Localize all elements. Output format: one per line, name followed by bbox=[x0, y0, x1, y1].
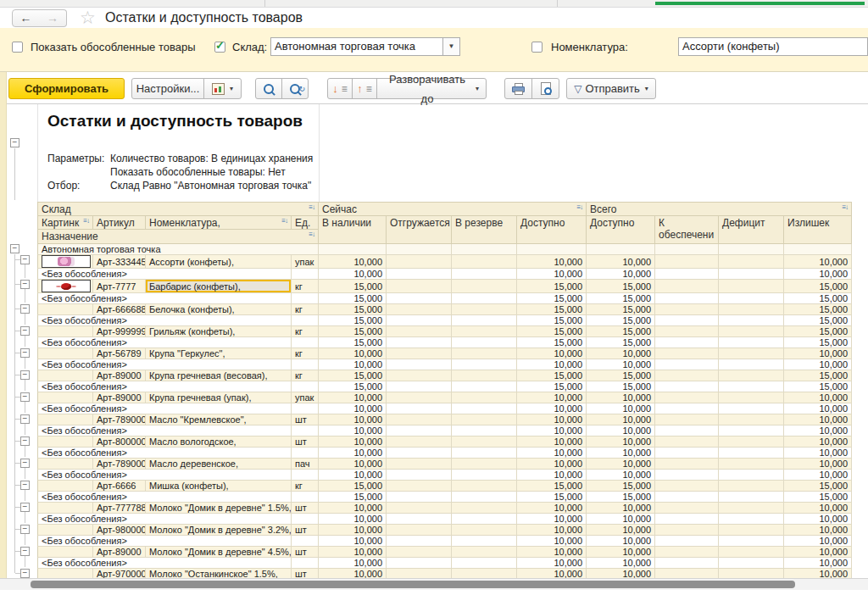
cell-empty[interactable] bbox=[452, 255, 517, 269]
header-surplus[interactable]: Излишек bbox=[784, 216, 852, 244]
header-in-stock[interactable]: В наличии bbox=[319, 216, 387, 244]
cell-quantity[interactable]: 10,000 bbox=[319, 448, 387, 459]
cell-empty[interactable] bbox=[292, 359, 319, 370]
cell-nomenclature[interactable]: Масло деревенское, bbox=[146, 459, 292, 470]
cell-empty[interactable] bbox=[387, 425, 452, 437]
cell-empty[interactable] bbox=[387, 403, 452, 414]
cell-empty[interactable] bbox=[655, 470, 719, 481]
cell-artikul[interactable]: Арт-7777 bbox=[93, 280, 146, 293]
cell-empty[interactable] bbox=[655, 280, 719, 293]
header-now-group[interactable]: Сейчас≡↓ bbox=[319, 202, 587, 216]
cell-empty[interactable] bbox=[452, 293, 517, 304]
cell-empty[interactable] bbox=[719, 470, 784, 481]
cell-empty[interactable] bbox=[655, 448, 719, 459]
cell-quantity[interactable]: 10,000 bbox=[587, 514, 655, 525]
cell-quantity[interactable]: 10,000 bbox=[517, 392, 587, 403]
cell-empty[interactable] bbox=[517, 244, 587, 255]
cell-quantity[interactable]: 15,000 bbox=[784, 280, 852, 293]
cell-empty[interactable] bbox=[655, 536, 719, 547]
cell-quantity[interactable]: 10,000 bbox=[784, 448, 852, 459]
cell-quantity[interactable]: 15,000 bbox=[587, 293, 655, 304]
cell-picture[interactable] bbox=[37, 280, 93, 293]
cell-empty[interactable] bbox=[655, 503, 719, 514]
cell-empty[interactable] bbox=[387, 547, 452, 558]
cell-empty[interactable] bbox=[719, 293, 784, 304]
cell-quantity[interactable]: 10,000 bbox=[784, 403, 852, 414]
cell-empty[interactable] bbox=[719, 255, 784, 269]
cell-picture[interactable] bbox=[37, 414, 93, 425]
cell-empty[interactable] bbox=[719, 359, 784, 370]
cell-quantity[interactable]: 10,000 bbox=[319, 470, 387, 481]
cell-nomenclature[interactable]: Молоко "Домик в деревне" 3.2%, bbox=[146, 525, 292, 536]
cell-quantity[interactable]: 10,000 bbox=[517, 359, 587, 370]
cell-sub-label[interactable]: <Без обособления> bbox=[37, 425, 292, 437]
cell-quantity[interactable]: 10,000 bbox=[784, 269, 852, 280]
cell-empty[interactable] bbox=[319, 244, 387, 255]
search-next-button[interactable]: ↻ bbox=[281, 78, 309, 99]
cell-quantity[interactable]: 10,000 bbox=[319, 348, 387, 359]
cell-nomenclature[interactable]: Крупа гречневая (весовая), bbox=[146, 370, 292, 381]
cell-unit[interactable]: кг bbox=[292, 304, 319, 315]
cell-nomenclature[interactable]: Молоко "Домик в деревне" 1.5%, bbox=[146, 503, 292, 514]
cell-picture[interactable] bbox=[37, 547, 93, 558]
cell-quantity[interactable]: 10,000 bbox=[319, 414, 387, 425]
header-sklad-group[interactable]: Склад≡↓ bbox=[37, 202, 319, 216]
cell-quantity[interactable]: 10,000 bbox=[517, 547, 587, 558]
cell-quantity[interactable]: 15,000 bbox=[587, 315, 655, 326]
cell-quantity[interactable]: 15,000 bbox=[319, 481, 387, 492]
cell-quantity[interactable]: 10,000 bbox=[784, 525, 852, 536]
cell-sub-label[interactable]: <Без обособления> bbox=[37, 536, 292, 547]
cell-quantity[interactable]: 15,000 bbox=[517, 315, 587, 326]
expand-groups-button[interactable]: ↓≡ bbox=[327, 78, 353, 99]
cell-quantity[interactable]: 10,000 bbox=[784, 514, 852, 525]
collapse-toggle[interactable]: − bbox=[20, 437, 30, 446]
collapse-toggle[interactable]: − bbox=[20, 326, 30, 336]
cell-picture[interactable] bbox=[37, 481, 93, 492]
cell-empty[interactable] bbox=[719, 525, 784, 536]
cell-quantity[interactable]: 10,000 bbox=[784, 437, 852, 448]
forward-button[interactable]: → bbox=[39, 9, 67, 27]
cell-quantity[interactable]: 10,000 bbox=[319, 503, 387, 514]
print-button[interactable] bbox=[504, 78, 532, 99]
cell-empty[interactable] bbox=[387, 315, 452, 326]
collapse-groups-button[interactable]: ↑≡ bbox=[352, 78, 377, 99]
cell-artikul[interactable]: Арт-800000 bbox=[93, 437, 146, 448]
cell-empty[interactable] bbox=[719, 392, 784, 403]
cell-empty[interactable] bbox=[452, 492, 517, 503]
header-deficit[interactable]: Дефицит bbox=[719, 216, 784, 244]
group-row-label[interactable]: Автономная торговая точка bbox=[37, 244, 319, 255]
cell-empty[interactable] bbox=[719, 514, 784, 525]
cell-empty[interactable] bbox=[655, 492, 719, 503]
cell-empty[interactable] bbox=[452, 414, 517, 425]
cell-quantity[interactable]: 10,000 bbox=[587, 503, 655, 514]
send-button[interactable]: ▽ Отправить ▾ bbox=[566, 78, 656, 99]
cell-quantity[interactable]: 10,000 bbox=[587, 255, 655, 269]
cell-quantity[interactable]: 15,000 bbox=[587, 492, 655, 503]
cell-quantity[interactable]: 10,000 bbox=[587, 470, 655, 481]
cell-empty[interactable] bbox=[387, 337, 452, 348]
cell-quantity[interactable]: 10,000 bbox=[784, 414, 852, 425]
cell-empty[interactable] bbox=[387, 503, 452, 514]
cell-empty[interactable] bbox=[387, 481, 452, 492]
cell-quantity[interactable]: 15,000 bbox=[319, 280, 387, 293]
header-to-provide[interactable]: К обеспечени bbox=[655, 216, 719, 244]
header-unit[interactable]: Ед. bbox=[292, 216, 319, 230]
cell-artikul[interactable]: Арт-6666 bbox=[93, 481, 146, 492]
cell-empty[interactable] bbox=[387, 558, 452, 569]
cell-empty[interactable] bbox=[655, 525, 719, 536]
cell-quantity[interactable]: 15,000 bbox=[587, 304, 655, 315]
cell-picture[interactable] bbox=[37, 503, 93, 514]
cell-quantity[interactable]: 15,000 bbox=[517, 370, 587, 381]
cell-artikul[interactable]: Арт-89000 bbox=[93, 370, 146, 381]
cell-empty[interactable] bbox=[387, 514, 452, 525]
cell-quantity[interactable]: 15,000 bbox=[587, 481, 655, 492]
sort-icon[interactable]: ≡↓ bbox=[576, 203, 582, 212]
cell-quantity[interactable]: 10,000 bbox=[784, 503, 852, 514]
cell-empty[interactable] bbox=[719, 437, 784, 448]
show-separated-checkbox[interactable] bbox=[12, 42, 23, 53]
cell-quantity[interactable]: 10,000 bbox=[784, 558, 852, 569]
cell-quantity[interactable]: 10,000 bbox=[517, 514, 587, 525]
cell-quantity[interactable]: 15,000 bbox=[517, 492, 587, 503]
cell-nomenclature[interactable]: Крупа "Геркулес", bbox=[146, 348, 292, 359]
cell-empty[interactable] bbox=[452, 359, 517, 370]
